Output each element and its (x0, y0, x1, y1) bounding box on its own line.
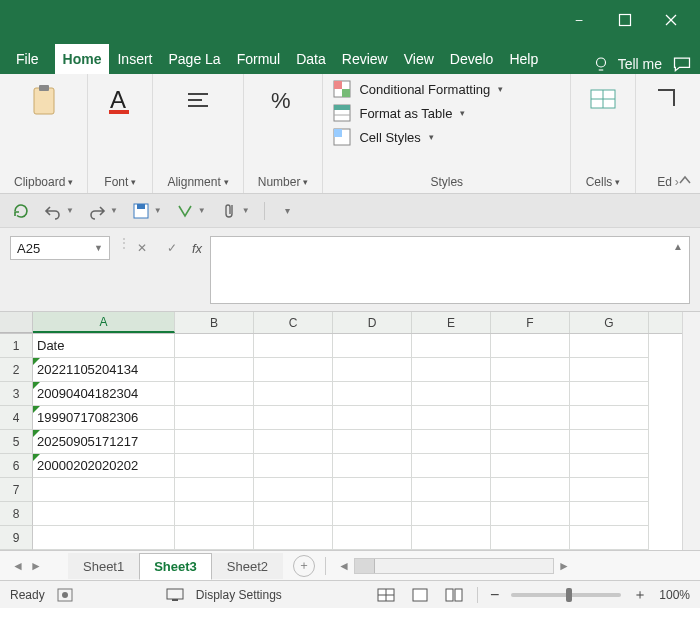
cell-G9[interactable] (570, 526, 649, 550)
format-as-table-button[interactable]: Format as Table▾ (333, 104, 560, 122)
cell-D4[interactable] (333, 406, 412, 430)
cell-B1[interactable] (175, 334, 254, 358)
cell-G5[interactable] (570, 430, 649, 454)
column-header-A[interactable]: A (33, 312, 175, 333)
page-layout-view-button[interactable] (409, 586, 431, 604)
ribbon-tab-home[interactable]: Home (55, 44, 110, 74)
new-sheet-button[interactable]: ＋ (293, 555, 315, 577)
number-group[interactable]: % Number▾ (244, 74, 324, 193)
cell-G4[interactable] (570, 406, 649, 430)
cells-group[interactable]: Cells▾ (571, 74, 636, 193)
cell-E2[interactable] (412, 358, 491, 382)
redo-icon[interactable] (88, 202, 106, 220)
zoom-slider[interactable] (511, 593, 621, 597)
horizontal-scrollbar[interactable] (354, 558, 554, 574)
ribbon-tab-view[interactable]: View (396, 44, 442, 74)
cell-D9[interactable] (333, 526, 412, 550)
cell-G3[interactable] (570, 382, 649, 406)
customize-qat-icon[interactable]: ▾ (279, 202, 297, 220)
row-header[interactable]: 9 (0, 526, 33, 550)
select-all-corner[interactable] (0, 312, 33, 333)
cell-B7[interactable] (175, 478, 254, 502)
cell-A2[interactable]: 20221105204134 (33, 358, 175, 382)
column-header-C[interactable]: C (254, 312, 333, 333)
cell-F3[interactable] (491, 382, 570, 406)
clipboard-group[interactable]: Clipboard▾ (0, 74, 88, 193)
cell-B6[interactable] (175, 454, 254, 478)
window-maximize-button[interactable] (602, 4, 648, 36)
cell-E9[interactable] (412, 526, 491, 550)
ribbon-tab-file[interactable]: File (8, 44, 47, 74)
window-minimize-button[interactable]: – (556, 4, 602, 36)
page-break-view-button[interactable] (443, 586, 465, 604)
tell-me[interactable]: Tell me (592, 55, 662, 73)
cell-E5[interactable] (412, 430, 491, 454)
display-settings-icon[interactable] (166, 588, 184, 602)
cell-C1[interactable] (254, 334, 333, 358)
row-header[interactable]: 1 (0, 334, 33, 358)
cell-D8[interactable] (333, 502, 412, 526)
cancel-formula-button[interactable]: ✕ (132, 238, 152, 258)
cell-B3[interactable] (175, 382, 254, 406)
alignment-group[interactable]: Alignment▾ (153, 74, 243, 193)
conditional-formatting-button[interactable]: Conditional Formatting▾ (333, 80, 560, 98)
cell-A5[interactable]: 20250905171217 (33, 430, 175, 454)
cell-C2[interactable] (254, 358, 333, 382)
cell-C8[interactable] (254, 502, 333, 526)
cell-B9[interactable] (175, 526, 254, 550)
cell-styles-button[interactable]: Cell Styles▾ (333, 128, 560, 146)
cell-F8[interactable] (491, 502, 570, 526)
print-icon[interactable] (176, 202, 194, 220)
ribbon-tab-develo[interactable]: Develo (442, 44, 502, 74)
refresh-icon[interactable] (12, 202, 30, 220)
cell-A9[interactable] (33, 526, 175, 550)
cell-G1[interactable] (570, 334, 649, 358)
cell-C4[interactable] (254, 406, 333, 430)
formula-input[interactable]: ▲ (210, 236, 690, 304)
cell-D7[interactable] (333, 478, 412, 502)
cell-E4[interactable] (412, 406, 491, 430)
cell-G6[interactable] (570, 454, 649, 478)
ribbon-tab-data[interactable]: Data (288, 44, 334, 74)
hscroll-right[interactable]: ► (556, 559, 572, 573)
row-header[interactable]: 7 (0, 478, 33, 502)
chevron-down-icon[interactable]: ▼ (94, 243, 103, 253)
font-group[interactable]: A Font▾ (88, 74, 153, 193)
row-header[interactable]: 4 (0, 406, 33, 430)
cell-D5[interactable] (333, 430, 412, 454)
row-header[interactable]: 3 (0, 382, 33, 406)
hscroll-thumb[interactable] (355, 559, 375, 573)
save-icon[interactable] (132, 202, 150, 220)
column-header-F[interactable]: F (491, 312, 570, 333)
column-header-G[interactable]: G (570, 312, 649, 333)
ribbon-tab-insert[interactable]: Insert (109, 44, 160, 74)
cell-F1[interactable] (491, 334, 570, 358)
cell-G2[interactable] (570, 358, 649, 382)
cell-C6[interactable] (254, 454, 333, 478)
cell-A4[interactable]: 19990717082306 (33, 406, 175, 430)
ribbon-tab-help[interactable]: Help (501, 44, 546, 74)
cell-B5[interactable] (175, 430, 254, 454)
cell-E1[interactable] (412, 334, 491, 358)
cell-C9[interactable] (254, 526, 333, 550)
cell-F9[interactable] (491, 526, 570, 550)
cell-B4[interactable] (175, 406, 254, 430)
cell-F4[interactable] (491, 406, 570, 430)
cell-C7[interactable] (254, 478, 333, 502)
cell-E7[interactable] (412, 478, 491, 502)
cell-D1[interactable] (333, 334, 412, 358)
column-header-B[interactable]: B (175, 312, 254, 333)
cell-D2[interactable] (333, 358, 412, 382)
zoom-in-button[interactable]: ＋ (633, 586, 647, 604)
cell-F2[interactable] (491, 358, 570, 382)
cell-E3[interactable] (412, 382, 491, 406)
hscroll-left[interactable]: ◄ (336, 559, 352, 573)
row-header[interactable]: 8 (0, 502, 33, 526)
fx-label[interactable]: fx (192, 241, 202, 256)
sheet-tab-sheet3[interactable]: Sheet3 (139, 553, 212, 580)
cell-C3[interactable] (254, 382, 333, 406)
cell-D6[interactable] (333, 454, 412, 478)
sheet-tab-sheet2[interactable]: Sheet2 (212, 553, 283, 579)
cell-A7[interactable] (33, 478, 175, 502)
cell-C5[interactable] (254, 430, 333, 454)
